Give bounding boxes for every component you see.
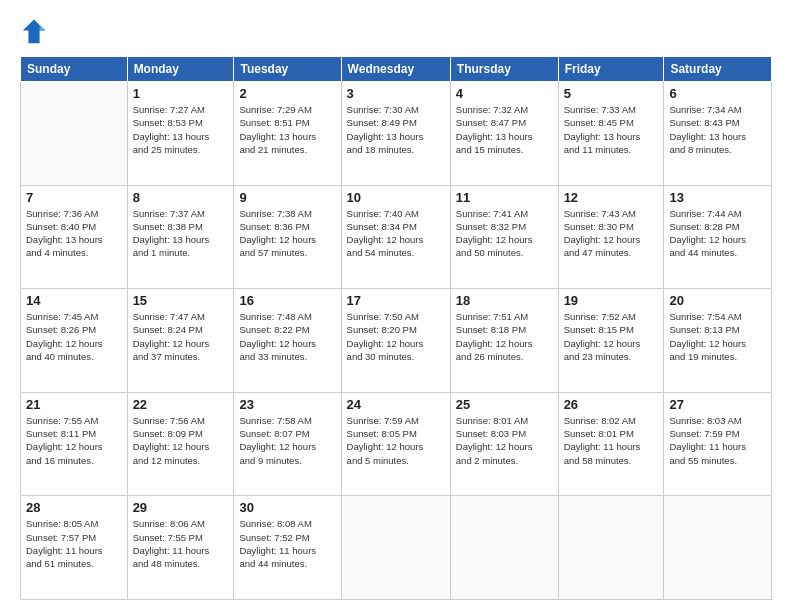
calendar-week-row: 1Sunrise: 7:27 AM Sunset: 8:53 PM Daylig…: [21, 82, 772, 186]
day-number: 26: [564, 397, 659, 412]
day-number: 18: [456, 293, 553, 308]
calendar-cell: 8Sunrise: 7:37 AM Sunset: 8:38 PM Daylig…: [127, 185, 234, 289]
day-info: Sunrise: 7:45 AM Sunset: 8:26 PM Dayligh…: [26, 310, 122, 363]
day-info: Sunrise: 8:05 AM Sunset: 7:57 PM Dayligh…: [26, 517, 122, 570]
day-info: Sunrise: 8:02 AM Sunset: 8:01 PM Dayligh…: [564, 414, 659, 467]
day-number: 16: [239, 293, 335, 308]
calendar-cell: 30Sunrise: 8:08 AM Sunset: 7:52 PM Dayli…: [234, 496, 341, 600]
header: [20, 18, 772, 46]
day-info: Sunrise: 7:52 AM Sunset: 8:15 PM Dayligh…: [564, 310, 659, 363]
day-number: 9: [239, 190, 335, 205]
day-info: Sunrise: 8:03 AM Sunset: 7:59 PM Dayligh…: [669, 414, 766, 467]
calendar-cell: 14Sunrise: 7:45 AM Sunset: 8:26 PM Dayli…: [21, 289, 128, 393]
calendar-week-row: 14Sunrise: 7:45 AM Sunset: 8:26 PM Dayli…: [21, 289, 772, 393]
calendar-cell: 21Sunrise: 7:55 AM Sunset: 8:11 PM Dayli…: [21, 392, 128, 496]
calendar-cell: 28Sunrise: 8:05 AM Sunset: 7:57 PM Dayli…: [21, 496, 128, 600]
calendar-cell: 24Sunrise: 7:59 AM Sunset: 8:05 PM Dayli…: [341, 392, 450, 496]
day-info: Sunrise: 7:50 AM Sunset: 8:20 PM Dayligh…: [347, 310, 445, 363]
calendar-cell: 29Sunrise: 8:06 AM Sunset: 7:55 PM Dayli…: [127, 496, 234, 600]
day-number: 14: [26, 293, 122, 308]
calendar-cell: [664, 496, 772, 600]
calendar-cell: 4Sunrise: 7:32 AM Sunset: 8:47 PM Daylig…: [450, 82, 558, 186]
day-number: 6: [669, 86, 766, 101]
day-number: 7: [26, 190, 122, 205]
day-number: 5: [564, 86, 659, 101]
calendar-cell: 22Sunrise: 7:56 AM Sunset: 8:09 PM Dayli…: [127, 392, 234, 496]
calendar-cell: [341, 496, 450, 600]
day-info: Sunrise: 7:56 AM Sunset: 8:09 PM Dayligh…: [133, 414, 229, 467]
day-info: Sunrise: 7:43 AM Sunset: 8:30 PM Dayligh…: [564, 207, 659, 260]
day-number: 25: [456, 397, 553, 412]
calendar-cell: 2Sunrise: 7:29 AM Sunset: 8:51 PM Daylig…: [234, 82, 341, 186]
calendar-cell: 25Sunrise: 8:01 AM Sunset: 8:03 PM Dayli…: [450, 392, 558, 496]
day-number: 23: [239, 397, 335, 412]
day-info: Sunrise: 8:01 AM Sunset: 8:03 PM Dayligh…: [456, 414, 553, 467]
day-number: 19: [564, 293, 659, 308]
calendar-cell: [450, 496, 558, 600]
day-info: Sunrise: 7:33 AM Sunset: 8:45 PM Dayligh…: [564, 103, 659, 156]
day-number: 30: [239, 500, 335, 515]
day-info: Sunrise: 7:41 AM Sunset: 8:32 PM Dayligh…: [456, 207, 553, 260]
svg-marker-0: [23, 19, 45, 43]
calendar-cell: 1Sunrise: 7:27 AM Sunset: 8:53 PM Daylig…: [127, 82, 234, 186]
logo-icon: [20, 18, 48, 46]
day-number: 2: [239, 86, 335, 101]
day-info: Sunrise: 7:44 AM Sunset: 8:28 PM Dayligh…: [669, 207, 766, 260]
calendar-cell: 3Sunrise: 7:30 AM Sunset: 8:49 PM Daylig…: [341, 82, 450, 186]
calendar-cell: [558, 496, 664, 600]
day-info: Sunrise: 7:29 AM Sunset: 8:51 PM Dayligh…: [239, 103, 335, 156]
calendar-header-cell: Friday: [558, 57, 664, 82]
day-number: 21: [26, 397, 122, 412]
calendar-cell: 12Sunrise: 7:43 AM Sunset: 8:30 PM Dayli…: [558, 185, 664, 289]
day-info: Sunrise: 7:48 AM Sunset: 8:22 PM Dayligh…: [239, 310, 335, 363]
calendar-table: SundayMondayTuesdayWednesdayThursdayFrid…: [20, 56, 772, 600]
calendar-cell: 27Sunrise: 8:03 AM Sunset: 7:59 PM Dayli…: [664, 392, 772, 496]
day-number: 17: [347, 293, 445, 308]
day-info: Sunrise: 7:37 AM Sunset: 8:38 PM Dayligh…: [133, 207, 229, 260]
day-number: 11: [456, 190, 553, 205]
day-info: Sunrise: 7:40 AM Sunset: 8:34 PM Dayligh…: [347, 207, 445, 260]
day-info: Sunrise: 8:06 AM Sunset: 7:55 PM Dayligh…: [133, 517, 229, 570]
page: SundayMondayTuesdayWednesdayThursdayFrid…: [0, 0, 792, 612]
calendar-cell: 16Sunrise: 7:48 AM Sunset: 8:22 PM Dayli…: [234, 289, 341, 393]
day-info: Sunrise: 8:08 AM Sunset: 7:52 PM Dayligh…: [239, 517, 335, 570]
calendar-cell: 19Sunrise: 7:52 AM Sunset: 8:15 PM Dayli…: [558, 289, 664, 393]
day-info: Sunrise: 7:34 AM Sunset: 8:43 PM Dayligh…: [669, 103, 766, 156]
day-number: 4: [456, 86, 553, 101]
day-number: 12: [564, 190, 659, 205]
day-number: 13: [669, 190, 766, 205]
day-info: Sunrise: 7:32 AM Sunset: 8:47 PM Dayligh…: [456, 103, 553, 156]
day-info: Sunrise: 7:55 AM Sunset: 8:11 PM Dayligh…: [26, 414, 122, 467]
day-info: Sunrise: 7:30 AM Sunset: 8:49 PM Dayligh…: [347, 103, 445, 156]
day-number: 15: [133, 293, 229, 308]
calendar-cell: 23Sunrise: 7:58 AM Sunset: 8:07 PM Dayli…: [234, 392, 341, 496]
day-number: 20: [669, 293, 766, 308]
calendar-header-cell: Sunday: [21, 57, 128, 82]
calendar-cell: 20Sunrise: 7:54 AM Sunset: 8:13 PM Dayli…: [664, 289, 772, 393]
day-number: 1: [133, 86, 229, 101]
day-info: Sunrise: 7:27 AM Sunset: 8:53 PM Dayligh…: [133, 103, 229, 156]
day-info: Sunrise: 7:51 AM Sunset: 8:18 PM Dayligh…: [456, 310, 553, 363]
day-number: 3: [347, 86, 445, 101]
calendar-week-row: 7Sunrise: 7:36 AM Sunset: 8:40 PM Daylig…: [21, 185, 772, 289]
calendar-cell: 15Sunrise: 7:47 AM Sunset: 8:24 PM Dayli…: [127, 289, 234, 393]
calendar-header-cell: Tuesday: [234, 57, 341, 82]
svg-marker-1: [40, 25, 46, 31]
calendar-cell: 26Sunrise: 8:02 AM Sunset: 8:01 PM Dayli…: [558, 392, 664, 496]
calendar-cell: [21, 82, 128, 186]
day-number: 24: [347, 397, 445, 412]
day-number: 8: [133, 190, 229, 205]
day-info: Sunrise: 7:36 AM Sunset: 8:40 PM Dayligh…: [26, 207, 122, 260]
calendar-header-cell: Wednesday: [341, 57, 450, 82]
day-info: Sunrise: 7:38 AM Sunset: 8:36 PM Dayligh…: [239, 207, 335, 260]
calendar-cell: 18Sunrise: 7:51 AM Sunset: 8:18 PM Dayli…: [450, 289, 558, 393]
day-number: 22: [133, 397, 229, 412]
calendar-cell: 13Sunrise: 7:44 AM Sunset: 8:28 PM Dayli…: [664, 185, 772, 289]
day-info: Sunrise: 7:54 AM Sunset: 8:13 PM Dayligh…: [669, 310, 766, 363]
calendar-cell: 17Sunrise: 7:50 AM Sunset: 8:20 PM Dayli…: [341, 289, 450, 393]
day-number: 10: [347, 190, 445, 205]
calendar-cell: 7Sunrise: 7:36 AM Sunset: 8:40 PM Daylig…: [21, 185, 128, 289]
day-number: 27: [669, 397, 766, 412]
logo: [20, 18, 52, 46]
calendar-header-row: SundayMondayTuesdayWednesdayThursdayFrid…: [21, 57, 772, 82]
